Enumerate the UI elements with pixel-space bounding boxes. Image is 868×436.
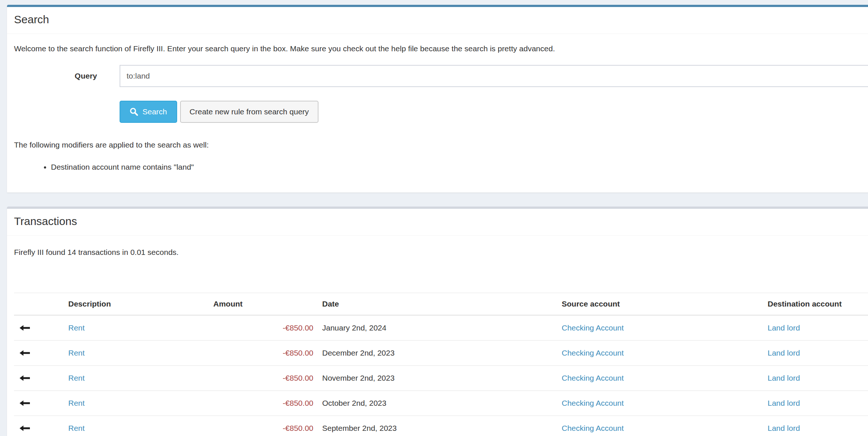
transaction-description-link[interactable]: Rent [68,349,85,357]
transaction-description-cell: Rent [64,391,209,416]
transaction-destination-cell: Land lord [763,391,868,416]
transaction-amount-cell: -€850.00 [209,315,318,340]
search-panel-header: Search [7,7,868,34]
transaction-destination-link[interactable]: Land lord [768,323,800,332]
transaction-description-link[interactable]: Rent [68,323,85,332]
search-buttons-row: Search Create new rule from search query [120,101,868,123]
transaction-destination-link[interactable]: Land lord [768,374,800,382]
transaction-type-cell [14,340,64,366]
transaction-source-link[interactable]: Checking Account [562,424,624,432]
transaction-amount-cell: -€850.00 [209,366,318,391]
column-header-destination: Destination account [763,293,868,315]
transaction-row: Rent -€850.00 October 2nd, 2023 Checking… [14,391,868,416]
column-header-description: Description [64,293,209,315]
transaction-destination-cell: Land lord [763,315,868,340]
transaction-destination-link[interactable]: Land lord [768,349,800,357]
transaction-destination-cell: Land lord [763,366,868,391]
search-panel-body: Welcome to the search function of Firefl… [7,34,868,173]
query-label: Query [14,72,120,80]
search-button-label: Search [142,108,167,115]
transaction-destination-cell: Land lord [763,340,868,366]
transaction-date-cell: November 2nd, 2023 [318,366,557,391]
page-content: Search Welcome to the search function of… [0,0,868,436]
withdrawal-arrow-left-icon [20,325,59,331]
column-header-source: Source account [557,293,763,315]
transaction-type-cell [14,366,64,391]
transaction-source-cell: Checking Account [557,340,763,366]
result-summary-text: Firefly III found 14 transactions in 0.0… [14,247,868,258]
create-rule-button-label: Create new rule from search query [190,108,309,115]
transaction-source-link[interactable]: Checking Account [562,399,624,407]
transaction-source-cell: Checking Account [557,315,763,340]
transaction-type-cell [14,315,64,340]
withdrawal-arrow-left-icon [20,400,59,406]
transaction-type-cell [14,416,64,436]
column-header-icon [14,293,64,315]
transaction-description-cell: Rent [64,315,209,340]
magnifier-icon [130,107,138,116]
transaction-destination-link[interactable]: Land lord [768,399,800,407]
search-query-input[interactable] [120,65,868,87]
withdrawal-arrow-left-icon [20,425,59,431]
transaction-description-cell: Rent [64,366,209,391]
modifiers-list: Destination account name contains "land" [14,162,868,173]
search-button[interactable]: Search [120,101,177,123]
withdrawal-arrow-left-icon [20,350,59,356]
search-welcome-text: Welcome to the search function of Firefl… [14,43,868,54]
transaction-type-cell [14,391,64,416]
transaction-destination-cell: Land lord [763,416,868,436]
transactions-panel-body: Firefly III found 14 transactions in 0.0… [7,236,868,436]
search-panel: Search Welcome to the search function of… [7,5,868,193]
transaction-description-link[interactable]: Rent [68,424,85,432]
modifier-item: Destination account name contains "land" [51,162,868,173]
transactions-panel: Transactions Firefly III found 14 transa… [7,207,868,436]
transaction-row: Rent -€850.00 January 2nd, 2024 Checking… [14,315,868,340]
transaction-source-link[interactable]: Checking Account [562,349,624,357]
transactions-table-body: Rent -€850.00 January 2nd, 2024 Checking… [14,315,868,436]
create-rule-button[interactable]: Create new rule from search query [180,101,318,123]
transaction-description-cell: Rent [64,340,209,366]
transaction-source-link[interactable]: Checking Account [562,323,624,332]
transactions-panel-header: Transactions [7,209,868,236]
table-header-row: Description Amount Date Source account D… [14,293,868,315]
transaction-date-cell: December 2nd, 2023 [318,340,557,366]
transaction-amount-cell: -€850.00 [209,340,318,366]
transaction-date-cell: January 2nd, 2024 [318,315,557,340]
transaction-row: Rent -€850.00 September 2nd, 2023 Checki… [14,416,868,436]
transaction-destination-link[interactable]: Land lord [768,424,800,432]
withdrawal-arrow-left-icon [20,375,59,381]
transaction-source-cell: Checking Account [557,366,763,391]
transaction-description-cell: Rent [64,416,209,436]
transaction-amount-cell: -€850.00 [209,416,318,436]
search-panel-title: Search [14,13,868,26]
transaction-description-link[interactable]: Rent [68,399,85,407]
transaction-description-link[interactable]: Rent [68,374,85,382]
transaction-source-cell: Checking Account [557,416,763,436]
column-header-amount: Amount [209,293,318,315]
transaction-amount-cell: -€850.00 [209,391,318,416]
transaction-source-cell: Checking Account [557,391,763,416]
transaction-source-link[interactable]: Checking Account [562,374,624,382]
transaction-date-cell: October 2nd, 2023 [318,391,557,416]
transaction-row: Rent -€850.00 November 2nd, 2023 Checkin… [14,366,868,391]
column-header-date: Date [318,293,557,315]
modifiers-intro-text: The following modifiers are applied to t… [14,139,868,150]
transaction-row: Rent -€850.00 December 2nd, 2023 Checkin… [14,340,868,366]
transaction-date-cell: September 2nd, 2023 [318,416,557,436]
transactions-table: Description Amount Date Source account D… [14,293,868,436]
transactions-panel-title: Transactions [14,215,868,228]
query-form-row: Query [14,65,868,87]
